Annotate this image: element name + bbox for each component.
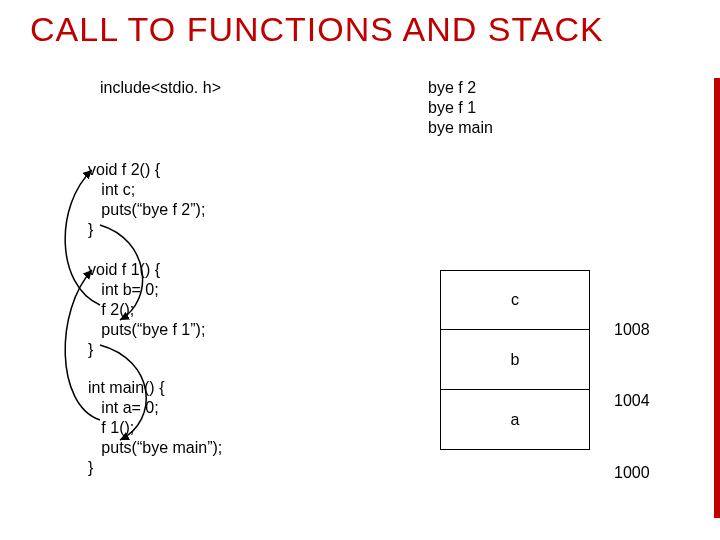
stack-addr-1004: 1004 <box>614 392 650 410</box>
slide: CALL TO FUNCTIONS AND STACK include<stdi… <box>0 0 720 540</box>
code-f1: void f 1() { int b= 0; f 2(); puts(“bye … <box>88 260 205 360</box>
stack-addr-1008: 1008 <box>614 321 650 339</box>
stack-cell-b: b <box>440 330 590 390</box>
stack-cell-c: c <box>440 270 590 330</box>
code-include: include<stdio. h> <box>100 78 221 98</box>
slide-title: CALL TO FUNCTIONS AND STACK <box>30 10 604 49</box>
program-output: bye f 2 bye f 1 bye main <box>428 78 493 138</box>
accent-sidebar <box>714 78 720 518</box>
stack-cell-a: a <box>440 390 590 450</box>
stack-addr-1000: 1000 <box>614 464 650 482</box>
code-main: int main() { int a= 0; f 1(); puts(“bye … <box>88 378 222 478</box>
stack-diagram: c b a <box>440 270 590 450</box>
code-f2: void f 2() { int c; puts(“bye f 2”); } <box>88 160 205 240</box>
